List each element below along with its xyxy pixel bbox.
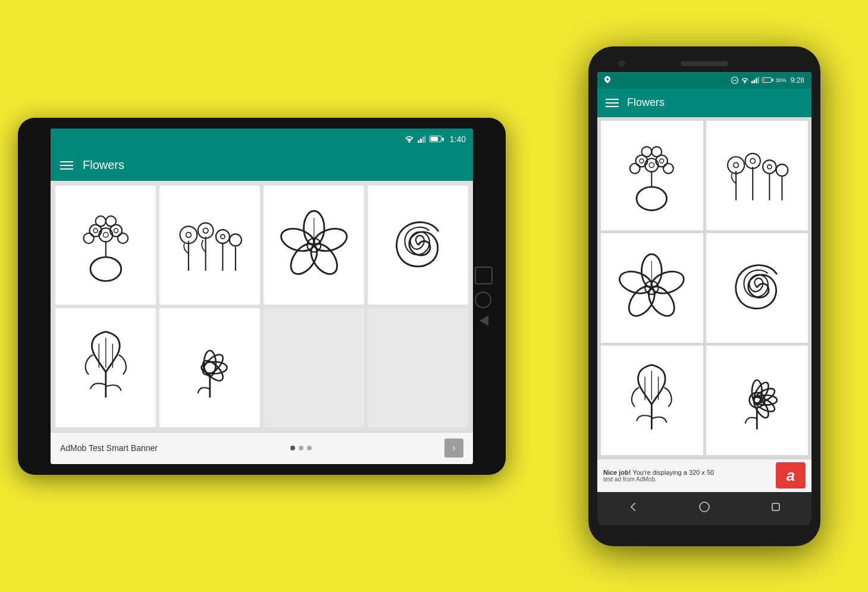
- svg-point-66: [734, 162, 738, 167]
- svg-point-0: [408, 142, 410, 143]
- svg-rect-2: [420, 139, 422, 143]
- tablet-flower-1[interactable]: [55, 186, 156, 305]
- tablet-ad-bar: AdMob Test Smart Banner ›: [51, 432, 473, 464]
- phone-ad-sub: test ad from AdMob.: [603, 476, 771, 483]
- svg-point-25: [216, 230, 230, 243]
- svg-rect-46: [753, 80, 755, 83]
- svg-point-68: [750, 158, 755, 163]
- phone-toolbar: Flowers: [597, 89, 811, 117]
- phone-nav-recent[interactable]: [770, 501, 782, 516]
- svg-point-67: [745, 154, 760, 168]
- svg-rect-4: [424, 136, 426, 143]
- phone-flower-1[interactable]: [601, 121, 703, 230]
- svg-rect-1: [418, 140, 419, 143]
- phone-flower-5[interactable]: [601, 346, 703, 455]
- svg-point-15: [83, 233, 93, 243]
- phone-body: 30% 9:28 Flowers: [597, 55, 811, 537]
- svg-point-10: [93, 228, 98, 232]
- svg-point-26: [220, 234, 224, 239]
- tablet-flower-5[interactable]: [55, 308, 156, 427]
- svg-point-21: [180, 226, 197, 243]
- svg-point-24: [203, 228, 208, 233]
- svg-point-22: [186, 232, 191, 237]
- tablet-nav-back[interactable]: [480, 315, 488, 326]
- phone-device: 30% 9:28 Flowers: [588, 46, 820, 546]
- svg-rect-47: [756, 79, 757, 84]
- tablet-toolbar: Flowers: [51, 150, 473, 181]
- phone-title: Flowers: [627, 96, 665, 109]
- tablet-flower-grid: [51, 181, 473, 432]
- tablet-flower-empty-1: [264, 308, 364, 427]
- tablet-flower-2[interactable]: [159, 186, 260, 305]
- phone-admob-logo: a: [776, 462, 806, 488]
- battery-icon: [430, 136, 444, 142]
- tablet-flower-empty-2: [368, 308, 468, 427]
- phone-battery-icon: [762, 77, 773, 83]
- svg-point-59: [630, 164, 640, 174]
- phone-hamburger-icon[interactable]: [606, 99, 619, 107]
- tablet-status-bar: 1:40: [51, 129, 473, 150]
- location-icon: [604, 76, 610, 83]
- phone-bottom: [597, 525, 811, 537]
- phone-camera: [619, 61, 625, 67]
- phone-nav-bar: [597, 492, 811, 525]
- tablet-flower-4[interactable]: [368, 186, 468, 305]
- tablet-dot-3: [307, 446, 312, 450]
- phone-flower-2[interactable]: [706, 121, 809, 230]
- svg-point-40: [203, 361, 215, 373]
- wifi-icon: [405, 135, 414, 143]
- tablet-nav-buttons: [475, 267, 493, 326]
- phone-ad-content: Nice job! You're displaying a 320 x 50 t…: [603, 469, 771, 483]
- svg-point-57: [642, 147, 652, 157]
- dnd-icon: [731, 77, 738, 84]
- svg-point-14: [105, 216, 115, 226]
- phone-status-bar: 30% 9:28: [597, 72, 811, 89]
- svg-point-44: [744, 82, 745, 83]
- phone-flower-grid: [597, 117, 811, 459]
- svg-point-87: [700, 502, 709, 512]
- phone-screen: 30% 9:28 Flowers: [597, 72, 811, 492]
- tablet-nav-circle[interactable]: [475, 292, 491, 308]
- svg-point-41: [606, 78, 609, 80]
- phone-status-right: 30% 9:28: [731, 76, 804, 84]
- tablet-screen: 1:40 Flowers: [51, 129, 473, 464]
- phone-wifi-icon: [741, 77, 749, 83]
- svg-point-23: [198, 223, 213, 238]
- tablet-ad-text: AdMob Test Smart Banner: [60, 443, 158, 453]
- tablet-flower-3[interactable]: [264, 186, 364, 305]
- svg-point-12: [114, 228, 118, 232]
- phone-flower-3[interactable]: [601, 233, 703, 343]
- svg-point-49: [637, 187, 667, 210]
- hamburger-icon[interactable]: [60, 161, 73, 170]
- tablet-ad-arrow[interactable]: ›: [444, 438, 463, 458]
- svg-point-71: [776, 164, 788, 176]
- phone-top-bar: [597, 55, 811, 72]
- svg-point-54: [640, 159, 644, 163]
- phone-nav-back[interactable]: [627, 501, 639, 516]
- svg-point-60: [663, 164, 673, 174]
- svg-point-52: [650, 162, 654, 167]
- signal-icon: [418, 136, 426, 143]
- svg-point-13: [95, 216, 105, 226]
- phone-time: 9:28: [791, 76, 804, 84]
- phone-signal-icon: [751, 77, 760, 83]
- svg-point-58: [652, 147, 662, 157]
- phone-nav-home[interactable]: [698, 501, 710, 516]
- svg-point-5: [90, 257, 121, 281]
- svg-point-56: [660, 159, 664, 163]
- tablet-dot-2: [299, 446, 303, 450]
- svg-rect-88: [772, 503, 779, 510]
- svg-rect-48: [757, 77, 759, 83]
- svg-point-69: [763, 160, 776, 174]
- tablet-title: Flowers: [83, 158, 124, 172]
- phone-flower-4[interactable]: [706, 233, 809, 343]
- phone-flower-6[interactable]: [706, 346, 809, 455]
- svg-point-70: [767, 165, 772, 169]
- tablet-status-icons: 1:40: [405, 134, 466, 144]
- phone-ad-bar: Nice job! You're displaying a 320 x 50 t…: [597, 459, 811, 492]
- phone-speaker: [681, 61, 728, 66]
- tablet-flower-6[interactable]: [159, 308, 260, 427]
- svg-rect-45: [751, 81, 753, 83]
- tablet-nav-square[interactable]: [475, 267, 493, 284]
- svg-point-8: [103, 232, 108, 237]
